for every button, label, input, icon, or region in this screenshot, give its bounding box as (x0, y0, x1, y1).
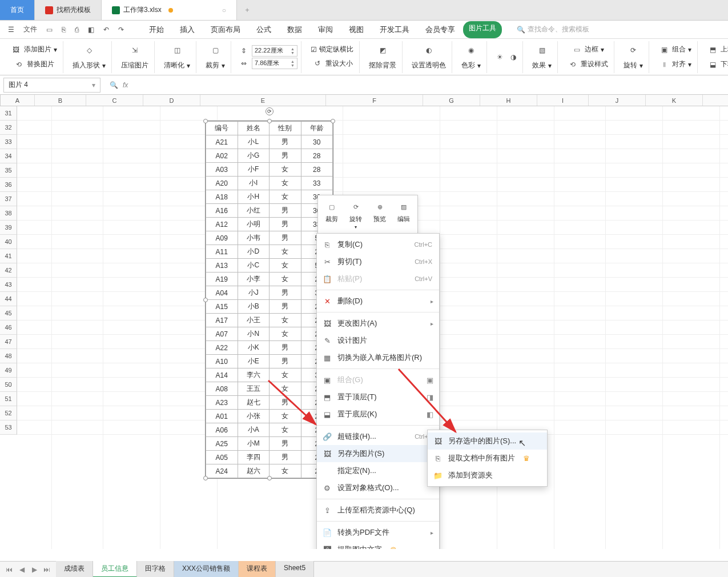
dropdown-icon[interactable]: ▾ (92, 81, 95, 89)
row-header[interactable]: 42 (0, 263, 17, 278)
bring-forward-button[interactable]: ⬒上移一层▾ (705, 43, 728, 57)
col-header-I[interactable]: I (537, 95, 589, 106)
ctx-change-pic[interactable]: 🖼更改图片(A)▸ (317, 315, 439, 332)
compress-button[interactable]: 压缩图片 (119, 59, 151, 71)
row-header[interactable]: 39 (0, 221, 17, 235)
row-header[interactable]: 45 (0, 306, 17, 320)
print-preview-icon[interactable]: ◧ (85, 23, 98, 36)
col-header-K[interactable]: K (646, 95, 703, 106)
align-button[interactable]: ⫴对齐▾ (656, 58, 694, 71)
transparent-button[interactable]: 设置透明色 (409, 59, 448, 71)
ctx-to-pdf[interactable]: 📄转换为PDF文件▸ (317, 524, 439, 541)
sub-save-selected[interactable]: 🖼另存选中的图片(S)... (428, 432, 547, 450)
row-header[interactable]: 48 (0, 349, 17, 363)
reset-style-button[interactable]: ⟲重设样式 (565, 58, 610, 71)
send-backward-button[interactable]: ⬓下移一层▾ (705, 58, 728, 71)
brightness-icon[interactable]: ☀ (494, 51, 505, 63)
mini-rotate-button[interactable]: ⟳旋转▾ (344, 198, 367, 232)
save-icon[interactable]: ▭ (43, 23, 56, 36)
undo-icon[interactable]: ↶ (100, 23, 112, 36)
spreadsheet-grid[interactable]: 3132333435363738394041424344454647484950… (0, 106, 728, 549)
add-image-button[interactable]: 🖼添加图片▾ (8, 43, 59, 57)
menu-start[interactable]: 开始 (141, 21, 172, 38)
sheet-tab[interactable]: XXX公司销售额 (174, 561, 239, 577)
col-header-G[interactable]: G (423, 95, 480, 106)
ctx-to-cell-pic[interactable]: ▦切换为嵌入单元格图片(R) (317, 349, 439, 366)
menu-view[interactable]: 视图 (341, 21, 372, 38)
sub-extract-all[interactable]: ⎘提取文档中所有图片♛ (428, 450, 547, 467)
effect-button[interactable]: 效果▾ (530, 59, 554, 71)
ctx-upload-doker[interactable]: ⇪上传至稻壳资源中心(Q) (317, 502, 439, 519)
save-as-icon[interactable]: ⎘ (58, 23, 69, 36)
rotate-button[interactable]: 旋转▾ (621, 59, 645, 71)
col-header-F[interactable]: F (326, 95, 423, 106)
row-header[interactable]: 35 (0, 163, 17, 178)
menu-picture-tools[interactable]: 图片工具 (463, 21, 502, 38)
row-header[interactable]: 46 (0, 320, 17, 335)
contrast-icon[interactable]: ◑ (508, 51, 519, 63)
menu-data[interactable]: 数据 (279, 21, 310, 38)
row-header[interactable]: 32 (0, 121, 17, 135)
embedded-picture[interactable]: ⟳ 编号姓名性别年龄A21小L男30A02小G男28A03小F女28A20小I女… (205, 121, 333, 479)
ctx-design-pic[interactable]: ✎设计图片 (317, 332, 439, 349)
mini-crop-button[interactable]: ▢裁剪 (320, 198, 343, 232)
sheet-first-icon[interactable]: ⏮ (3, 564, 15, 575)
zoom-icon[interactable]: 🔍 (110, 81, 118, 89)
sheet-tab[interactable]: 田字格 (137, 561, 174, 577)
row-header[interactable]: 41 (0, 249, 17, 263)
template-tab[interactable]: 找稻壳模板 (35, 0, 102, 20)
row-header[interactable]: 44 (0, 292, 17, 306)
hamburger-icon[interactable]: ☰ (5, 23, 18, 36)
col-header-D[interactable]: D (143, 95, 200, 106)
row-header[interactable]: 51 (0, 392, 17, 406)
height-input[interactable]: 22.22厘米▲▼ (252, 45, 297, 57)
row-header[interactable]: 38 (0, 206, 17, 221)
menu-member[interactable]: 会员专享 (417, 21, 463, 38)
mini-preview-button[interactable]: ⊕预览 (368, 198, 391, 232)
name-box[interactable]: 图片 4 ▾ (3, 78, 100, 93)
lock-ratio-checkbox[interactable]: ☑锁定纵横比 (308, 43, 356, 55)
sheet-tab[interactable]: 课程表 (239, 561, 276, 577)
print-icon[interactable]: ⎙ (71, 23, 82, 36)
ctx-delete[interactable]: ✕删除(D)▸ (317, 292, 439, 310)
row-header[interactable]: 31 (0, 106, 17, 121)
sub-add-resources[interactable]: 📁添加到资源夹 (428, 467, 547, 484)
resize-handle[interactable] (203, 298, 208, 302)
group-button[interactable]: ▣组合▾ (656, 43, 694, 57)
col-header-A[interactable]: A (1, 95, 35, 106)
command-search[interactable]: 🔍 查找命令、搜索模板 (511, 22, 595, 37)
add-tab-button[interactable]: ＋ (237, 0, 258, 20)
width-input[interactable]: 7.86厘米▲▼ (252, 58, 297, 69)
ctx-save-as-pic[interactable]: 🖼另存为图片(S)▸ (317, 445, 439, 462)
ctx-send-back[interactable]: ⬓置于底层(K)◧ (317, 406, 439, 423)
file-menu[interactable]: 文件 (20, 22, 41, 37)
resize-handle[interactable] (267, 119, 272, 123)
row-header[interactable]: 53 (0, 420, 17, 435)
ctx-format-obj[interactable]: ⚙设置对象格式(O)... (317, 479, 439, 496)
spinner-icon[interactable]: ▲▼ (291, 47, 295, 55)
color-button[interactable]: 色彩▾ (459, 59, 483, 71)
col-header-C[interactable]: C (86, 95, 143, 106)
row-header[interactable]: 47 (0, 335, 17, 349)
row-header[interactable]: 40 (0, 235, 17, 249)
sheet-tab[interactable]: 员工信息 (93, 561, 137, 577)
crop-button[interactable]: 裁剪▾ (203, 59, 227, 71)
row-header[interactable]: 33 (0, 135, 17, 149)
sharpen-button[interactable]: 清晰化▾ (162, 59, 192, 71)
resize-handle[interactable] (331, 119, 335, 123)
row-header[interactable]: 52 (0, 406, 17, 420)
ctx-assign-macro[interactable]: 指定宏(N)... (317, 462, 439, 479)
remove-bg-button[interactable]: 抠除背景 (367, 59, 399, 71)
resize-handle[interactable] (203, 119, 208, 123)
col-header-L[interactable]: L (703, 95, 728, 106)
menu-formula[interactable]: 公式 (248, 21, 279, 38)
col-header-J[interactable]: J (589, 95, 646, 106)
row-header[interactable]: 34 (0, 149, 17, 163)
fx-icon[interactable]: fx (123, 81, 128, 89)
redo-icon[interactable]: ↷ (115, 23, 127, 36)
row-header[interactable]: 36 (0, 178, 17, 192)
rotate-handle-icon[interactable]: ⟳ (266, 107, 273, 115)
col-header-E[interactable]: E (200, 95, 326, 106)
col-header-H[interactable]: H (480, 95, 537, 106)
menu-dev[interactable]: 开发工具 (372, 21, 417, 38)
